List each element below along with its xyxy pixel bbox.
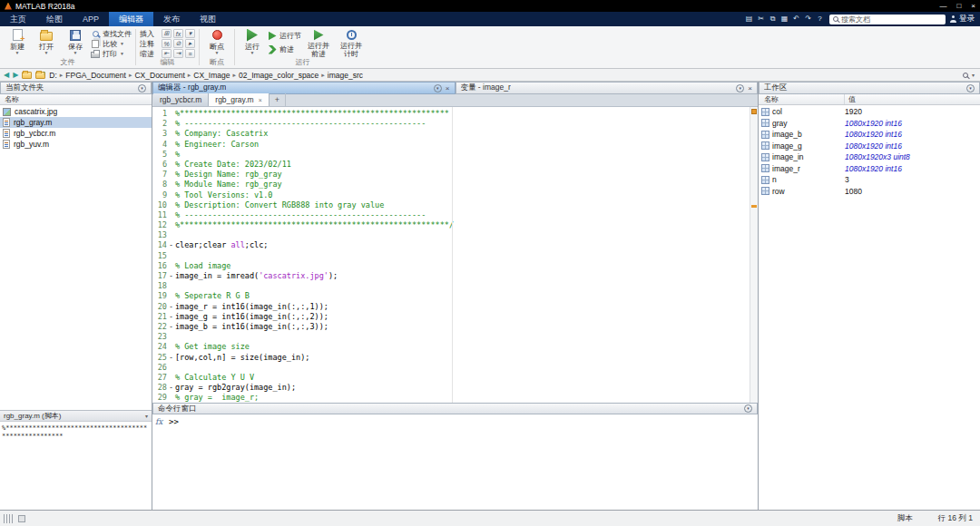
close-icon[interactable]: × [748,84,752,93]
indent-icon-1[interactable]: ⇥ [173,49,183,58]
editor-tab[interactable]: rgb_ycbcr.m [153,93,209,106]
code-line[interactable]: 16% Load image [152,261,758,271]
layout-toggle-icon[interactable] [4,514,14,523]
name-column-header[interactable]: 名称 [759,94,845,104]
browse-folder-icon[interactable] [22,72,32,79]
code-line[interactable]: 6% Create Date: 2023/02/11 [152,160,758,170]
code-editor[interactable]: 1%**************************************… [152,107,758,403]
insert-icon-1[interactable]: fx [173,29,183,38]
code-line[interactable]: 18 [152,281,758,291]
maximize-button[interactable]: □ [956,0,961,12]
code-line[interactable]: 12%*************************************… [152,220,758,230]
code-line[interactable]: 27% Calculate Y U V [152,373,758,383]
workspace-row[interactable]: image_in1080x1920x3 uint8 [759,151,980,163]
workspace-row[interactable]: image_r1080x1920 int16 [759,163,980,175]
new-tab-button[interactable]: + [270,93,286,106]
cut-icon[interactable]: ✂ [756,14,766,24]
copy-icon[interactable]: ⧉ [768,14,778,24]
code-line[interactable]: 24% Get image size [152,342,758,352]
breadcrumb-segment[interactable]: D: [49,71,57,80]
run-time-button[interactable]: 运行并计时 [336,27,367,58]
ribbon-tab-editor[interactable]: 编辑器 [109,12,153,26]
indent-icon-2[interactable]: ≡ [185,49,195,58]
name-column-header[interactable]: 名称 [0,94,152,105]
indent-row[interactable]: 缩进⇤⇥≡ [140,49,195,58]
code-line[interactable]: 23 [152,332,758,342]
close-button[interactable]: × [971,0,975,12]
mlint-indicator[interactable] [751,109,757,114]
advance-button[interactable]: 前进 [268,44,301,55]
workspace-row[interactable]: image_g1080x1920 int16 [759,141,980,152]
minimize-button[interactable]: — [939,0,946,12]
save-icon[interactable]: ▤ [744,14,754,24]
file-item[interactable]: rgb_ycbcr.m [0,128,152,139]
doc-search-box[interactable]: 搜索文档 [829,15,946,24]
insert-icon-2[interactable]: ▾ [185,29,195,38]
panel-menu-button[interactable]: ▾ [744,404,752,413]
print-button[interactable]: 打印▼ [91,49,132,58]
code-line[interactable]: 26 [152,363,758,373]
breadcrumb-segment[interactable]: CX_Document [134,71,184,80]
chevron-down-icon[interactable]: ▾ [972,72,975,78]
code-line[interactable]: 4% Engineer: Carson [152,140,758,150]
signin-button[interactable]: 登录 [950,14,975,24]
insert-icon-0[interactable]: ⊞ [162,29,172,38]
back-button[interactable]: ◀ [4,69,9,82]
code-line[interactable]: 17-image_in = imread('cascatrix.jpg'); [152,271,758,281]
code-line[interactable]: 29% gray = image_r; [152,393,758,403]
file-item[interactable]: rgb_gray.m [0,117,152,128]
comment-icon-1[interactable]: ⊘ [173,39,183,48]
comment-row[interactable]: 注释%⊘▸ [140,39,195,48]
file-item[interactable]: cascatrix.jpg [0,106,152,117]
ribbon-tab-home[interactable]: 主页 [0,12,36,26]
close-tab-icon[interactable]: × [259,97,262,103]
code-line[interactable]: 25-[row,col,n] = size(image_in); [152,353,758,363]
panel-toggle-icon[interactable] [18,515,25,522]
code-line[interactable]: 22-image_b = int16(image_in(:,:,3)); [152,322,758,332]
code-line[interactable]: 3% Company: Cascatrix [152,129,758,139]
code-line[interactable]: 8% Module Name: rgb_gray [152,180,758,190]
save-button[interactable]: 保存▼ [62,27,89,55]
forward-button[interactable]: ▶ [13,69,18,82]
command-window[interactable]: fx >> [152,414,758,510]
breadcrumb-segment[interactable]: FPGA_Document [65,71,126,80]
folder-up-icon[interactable] [35,72,45,79]
folder-search-icon[interactable] [963,73,968,78]
workspace-row[interactable]: n3 [759,174,980,186]
editor-scrollbar[interactable] [750,107,758,403]
editor-tab[interactable]: rgb_gray.m× [209,93,269,106]
breadcrumb-segment[interactable]: 02_Image_color_space [239,71,318,80]
code-line[interactable]: 7% Design Name: rgb_gray [152,170,758,180]
code-line[interactable]: 28-gray = rgb2gray(image_in); [152,383,758,393]
workspace-row[interactable]: gray1080x1920 int16 [759,118,980,130]
ribbon-tab-plots[interactable]: 绘图 [36,12,73,26]
close-icon[interactable]: × [446,84,450,93]
panel-menu-button[interactable]: ▾ [736,84,744,93]
indent-icon-0[interactable]: ⇤ [162,49,172,58]
breadcrumb-segment[interactable]: CX_Image [193,71,230,80]
find-files-button[interactable]: 查找文件 [91,29,132,38]
code-line[interactable]: 13 [152,230,758,240]
help-icon[interactable]: ? [815,14,825,24]
code-line[interactable]: 2% -------------------------------------… [152,119,758,129]
value-column-header[interactable]: 值 [845,94,980,104]
run-section-button[interactable]: 运行节 [268,30,301,42]
new-button[interactable]: 新建▼ [4,27,31,55]
open-button[interactable]: 打开▼ [33,27,60,55]
code-line[interactable]: 14-clear;clear all;clc; [152,240,758,250]
paste-icon[interactable]: ▦ [779,14,789,24]
code-line[interactable]: 9% Tool Versions: v1.0 [152,190,758,200]
run-advance-button[interactable]: 运行并前进 [303,27,334,58]
breadcrumb-segment[interactable]: image_src [328,71,363,80]
panel-menu-button[interactable]: ▾ [138,84,146,93]
workspace-row[interactable]: row1080 [759,186,980,198]
code-line[interactable]: 15 [152,251,758,261]
file-item[interactable]: rgb_yuv.m [0,139,152,150]
comment-icon-0[interactable]: % [162,39,172,48]
code-line[interactable]: 11% ------------------------------------… [152,210,758,220]
workspace-row[interactable]: col1920 [759,106,980,118]
panel-menu-button[interactable]: ▾ [966,84,975,93]
compare-button[interactable]: 比较▼ [91,39,132,48]
ribbon-tab-view[interactable]: 视图 [190,12,226,26]
workspace-row[interactable]: image_b1080x1920 int16 [759,129,980,141]
